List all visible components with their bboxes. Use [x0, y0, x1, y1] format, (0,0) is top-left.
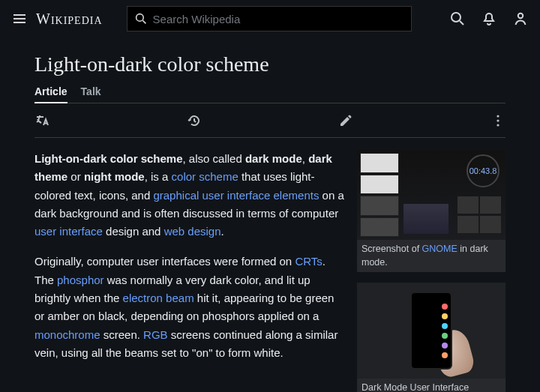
figure-phone[interactable]: Dark Mode User Interface Ecobranding: [357, 283, 506, 392]
svg-point-5: [496, 124, 499, 126]
link-electron-beam[interactable]: electron beam: [123, 292, 194, 304]
figure-gnome-image: 00:43.8: [357, 150, 506, 240]
more-icon[interactable]: [490, 113, 506, 128]
figure-gnome[interactable]: 00:43.8 Screenshot of GNOME in dark mode…: [357, 150, 506, 272]
page-toolbar: [34, 103, 506, 138]
link-user-interface[interactable]: user interface: [34, 225, 103, 238]
term-bold: dark mode: [245, 152, 302, 165]
link-rgb[interactable]: RGB: [143, 328, 168, 341]
search-icon: [135, 13, 147, 25]
history-paragraph: Originally, computer user interfaces wer…: [34, 253, 345, 362]
page-title: Light-on-dark color scheme: [34, 52, 506, 76]
link-monochrome[interactable]: monochrome: [34, 328, 100, 341]
search-input[interactable]: [153, 13, 404, 25]
svg-point-0: [136, 14, 143, 22]
figure-phone-caption: Dark Mode User Interface Ecobranding: [357, 379, 506, 392]
link-phosphor[interactable]: phosphor: [57, 274, 104, 286]
user-icon[interactable]: [513, 11, 528, 26]
link-web-design[interactable]: web design: [164, 225, 221, 238]
tab-talk[interactable]: Talk: [81, 85, 101, 103]
tab-article[interactable]: Article: [34, 85, 68, 103]
term-bold: night mode: [84, 170, 145, 183]
figure-phone-image: [357, 283, 506, 379]
link-gnome[interactable]: GNOME: [422, 244, 458, 254]
svg-point-1: [452, 13, 460, 22]
article-body: Light-on-dark color scheme, also called …: [34, 150, 345, 392]
figure-sidebar: 00:43.8 Screenshot of GNOME in dark mode…: [357, 150, 506, 392]
svg-point-3: [496, 115, 499, 117]
language-icon[interactable]: [34, 113, 50, 128]
term-bold: Light-on-dark color scheme: [34, 152, 183, 165]
search-box[interactable]: [127, 6, 412, 31]
svg-point-4: [496, 119, 499, 121]
header-actions: [450, 11, 528, 26]
phone-mock: [410, 292, 452, 370]
search-button-icon[interactable]: [450, 11, 465, 26]
link-crts[interactable]: CRTs: [295, 255, 322, 268]
wikipedia-logo[interactable]: Wikipedia: [36, 10, 103, 28]
link-color-scheme[interactable]: color scheme: [172, 170, 238, 183]
intro-paragraph: Light-on-dark color scheme, also called …: [34, 150, 345, 241]
svg-point-2: [518, 13, 523, 18]
figure-gnome-caption: Screenshot of GNOME in dark mode.: [357, 240, 506, 272]
menu-icon[interactable]: [12, 11, 27, 26]
history-icon[interactable]: [187, 113, 202, 128]
app-header: Wikipedia: [0, 0, 540, 37]
page-tabs: Article Talk: [34, 85, 506, 103]
article-content: Light-on-dark color scheme, also called …: [34, 150, 506, 392]
page-body: Light-on-dark color scheme Article Talk …: [0, 37, 540, 392]
link-gui-elements[interactable]: graphical user interface elements: [153, 189, 319, 202]
edit-icon[interactable]: [338, 113, 353, 128]
gnome-clock-text: 00:43.8: [466, 154, 500, 187]
bell-icon[interactable]: [482, 11, 496, 26]
